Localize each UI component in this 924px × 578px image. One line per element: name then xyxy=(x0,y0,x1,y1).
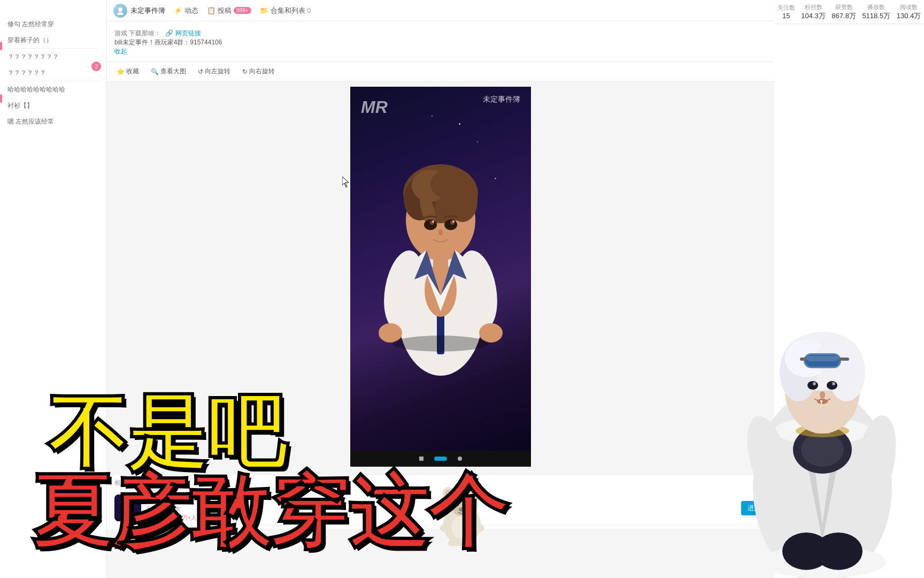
svg-point-25 xyxy=(379,323,402,343)
user-avatar xyxy=(113,4,127,18)
game-thumb-art xyxy=(114,495,141,521)
svg-point-43 xyxy=(459,507,465,512)
character-svg xyxy=(350,87,531,451)
svg-point-14 xyxy=(424,219,437,230)
svg-point-11 xyxy=(430,169,468,199)
nav-collection[interactable]: 📁 合集和列表 0 xyxy=(260,6,311,16)
username: 未定事件簿 xyxy=(130,6,165,16)
rotate-left-icon: ↺ xyxy=(198,68,203,75)
save-icon: ⭐ xyxy=(117,68,125,75)
svg-point-37 xyxy=(445,490,452,497)
comment-item-4[interactable]: ？？？？？？ xyxy=(0,65,106,81)
nav-dot-1[interactable] xyxy=(419,457,424,461)
nav-dot-3[interactable] xyxy=(458,457,462,461)
nav-vote[interactable]: 📋 投稿 999+ xyxy=(207,6,251,16)
svg-point-39 xyxy=(472,490,479,497)
vote-badge: 999+ xyxy=(234,7,251,14)
fan-count: bili未定事件！燕玩家4群：915744106 xyxy=(114,38,767,47)
vote-icon: 📋 xyxy=(207,6,215,14)
svg-point-0 xyxy=(118,7,122,12)
view-icon: 🔍 xyxy=(151,68,159,75)
stat-fans[interactable]: 关注数 15 xyxy=(777,4,795,20)
mascot-bear xyxy=(435,482,489,546)
game-thumb xyxy=(114,495,141,521)
comment-list: 修勾 左然经常穿 穿着裤子的（） ？？？？？？？？ 2 ？？？？？？ 哈哈哈哈哈… xyxy=(0,16,106,130)
stat-views[interactable]: 阅读数 130.4万 xyxy=(897,3,921,21)
right-panel xyxy=(774,24,924,578)
rotate-right-icon: ↻ xyxy=(242,68,248,75)
svg-point-29 xyxy=(392,336,489,352)
svg-point-42 xyxy=(465,502,469,506)
rotate-right-btn[interactable]: ↻ 向右旋转 xyxy=(238,65,279,78)
user-info-section: 游戏 下载那啥： 🔗 网页链接 bili未定事件！燕玩家4群：915744106… xyxy=(107,21,774,62)
comment-item-5[interactable]: 哈哈哈哈哈哈哈哈哈 xyxy=(0,81,106,97)
comment-badge: 2 xyxy=(91,62,101,71)
svg-point-32 xyxy=(120,497,135,507)
view-full-btn[interactable]: 🔍 查看大图 xyxy=(147,65,190,78)
game-enter-button[interactable]: 进入 xyxy=(741,501,767,515)
collection-icon: 📁 xyxy=(260,6,268,14)
collect-btn[interactable]: 收起 xyxy=(114,47,767,56)
svg-point-41 xyxy=(455,502,459,506)
stat-likes[interactable]: 获赞数 867.8万 xyxy=(831,3,856,21)
nav-dynamic[interactable]: ⚡ 动态 xyxy=(174,6,198,16)
svg-point-1 xyxy=(117,12,124,15)
svg-rect-33 xyxy=(124,512,132,521)
video-player[interactable]: MR 未定事件簿 xyxy=(350,87,531,467)
stats-panel: 关注数 15 粉丝数 104.3万 获赞数 867.8万 播放数 5118.5万… xyxy=(774,0,924,24)
svg-point-20 xyxy=(438,229,443,235)
svg-point-26 xyxy=(479,323,503,343)
nav-user[interactable]: 未定事件簿 xyxy=(113,4,165,18)
comment-item-3[interactable]: ？？？？？？？？ 2 xyxy=(0,49,106,65)
svg-point-18 xyxy=(432,220,434,223)
rotate-left-btn[interactable]: ↺ 向左旋转 xyxy=(194,65,235,78)
video-toolbar: ⭐ 收藏 🔍 查看大图 ↺ 向左旋转 ↻ 向右旋转 xyxy=(107,62,774,81)
stat-plays[interactable]: 播放数 5118.5万 xyxy=(862,3,890,21)
svg-point-19 xyxy=(452,220,455,223)
svg-point-46 xyxy=(451,515,473,539)
sidebar: 修勾 左然经常穿 穿着裤子的（） ？？？？？？？？ 2 ？？？？？？ 哈哈哈哈哈… xyxy=(0,0,107,578)
nav-dot-2-active[interactable] xyxy=(434,457,447,461)
notification-indicator-2 xyxy=(0,94,2,103)
comment-item-6[interactable]: 衬衫【】 xyxy=(0,97,106,113)
svg-rect-21 xyxy=(433,255,448,271)
svg-point-15 xyxy=(444,219,457,230)
comment-item-1[interactable]: 修勾 左然经常穿 xyxy=(0,16,106,32)
dynamic-icon: ⚡ xyxy=(174,6,182,14)
image-container: MR 未定事件簿 xyxy=(107,81,774,472)
comment-item-7[interactable]: 嗯 左然应该经常 xyxy=(0,113,106,130)
video-controls[interactable] xyxy=(350,451,531,467)
comment-item-2[interactable]: 穿着裤子的（） xyxy=(0,32,106,48)
save-btn[interactable]: ⭐ 收藏 xyxy=(112,65,143,78)
bear-svg xyxy=(435,482,489,546)
user-info-row-1: 游戏 下载那啥： 🔗 网页链接 xyxy=(114,29,767,38)
webpage-link[interactable]: 🔗 网页链接 xyxy=(165,29,201,38)
video-image: MR 未定事件簿 xyxy=(350,87,531,451)
stat-followers[interactable]: 粉丝数 104.3万 xyxy=(801,3,826,21)
